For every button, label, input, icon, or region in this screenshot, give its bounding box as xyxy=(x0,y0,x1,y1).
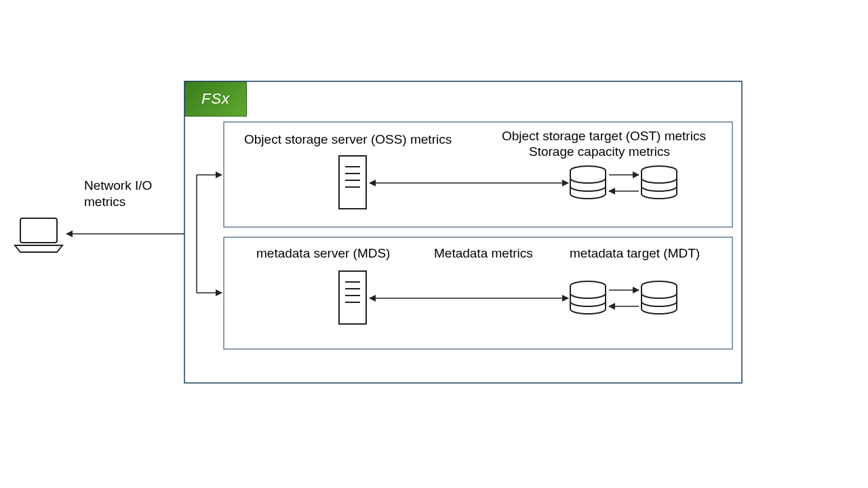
diagram-stage: FSx Network I/O metrics Object storage s… xyxy=(0,0,868,488)
mdt-db1-icon xyxy=(570,281,606,314)
ost-db1-icon xyxy=(570,166,606,199)
oss-server-icon xyxy=(339,156,366,209)
mdt-db2-icon xyxy=(642,281,677,314)
ost-db2-icon xyxy=(642,166,677,199)
diagram-svg xyxy=(0,0,868,488)
fsx-container-box xyxy=(184,81,742,383)
mds-server-icon xyxy=(339,271,366,324)
laptop-icon xyxy=(15,218,62,252)
